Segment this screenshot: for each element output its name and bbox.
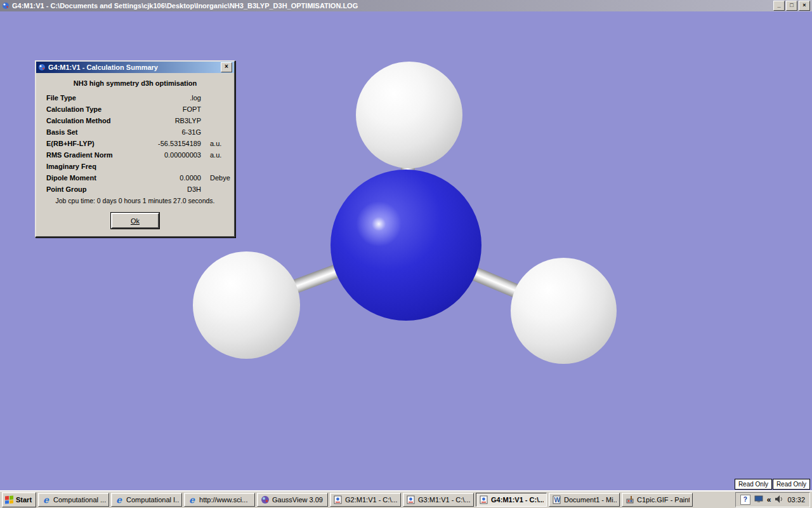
windows-flag-icon — [5, 495, 13, 504]
row-value: RB3LYP — [126, 117, 201, 124]
task-label: G2:M1:V1 - C:\... — [345, 496, 398, 504]
taskbar-button-gaussview[interactable]: GaussView 3.09 — [257, 493, 328, 507]
taskbar-button-computational-2[interactable]: e Computational I... — [111, 493, 182, 507]
row-value: -56.53154189 — [126, 140, 201, 147]
row-label: Imaginary Freq — [46, 163, 126, 170]
read-only-badge: Read Only — [773, 479, 810, 490]
display-tray-icon[interactable] — [754, 495, 763, 504]
task-label: G3:M1:V1 - C:\... — [418, 496, 471, 504]
taskbar-button-g2[interactable]: G2:M1:V1 - C:\... — [330, 493, 401, 507]
start-button[interactable]: Start — [2, 492, 36, 507]
summary-row: Point Group D3H — [36, 184, 234, 195]
task-label: http://www.sci... — [199, 496, 247, 504]
restore-button[interactable]: □ — [786, 1, 797, 11]
internet-explorer-icon: e — [114, 495, 124, 504]
hydrogen-atom-right[interactable] — [511, 258, 617, 364]
dialog-titlebar[interactable]: G4:M1:V1 - Calculation Summary × — [36, 62, 234, 73]
ok-button-label: Ok — [131, 217, 140, 225]
paint-icon — [625, 495, 634, 504]
row-value: 0.00000003 — [126, 151, 201, 159]
summary-row: Calculation Type FOPT — [36, 104, 234, 115]
close-button[interactable]: × — [799, 1, 810, 11]
hydrogen-atom-top[interactable] — [356, 62, 462, 168]
cpu-time-text: Job cpu time: 0 days 0 hours 1 minutes 2… — [36, 197, 234, 204]
window-title: G4:M1:V1 - C:\Documents and Settings\cjk… — [12, 2, 771, 10]
gaussview-doc-icon — [333, 495, 343, 504]
row-label: Basis Set — [46, 128, 126, 136]
task-label: Computational I... — [126, 496, 179, 504]
summary-row: File Type .log — [36, 92, 234, 104]
dialog-button-row: Ok — [36, 213, 234, 229]
taskbar-button-computational-1[interactable]: e Computational ... — [38, 493, 109, 507]
gaussview-icon — [38, 64, 46, 71]
row-unit: a.u. — [201, 140, 230, 147]
gaussview-doc-icon — [406, 495, 416, 504]
row-value: .log — [126, 94, 201, 102]
volume-icon[interactable] — [775, 495, 783, 505]
summary-row: E(RB+HF-LYP) -56.53154189 a.u. — [36, 138, 234, 149]
hydrogen-atom-left[interactable] — [193, 251, 300, 359]
calculation-summary-dialog: G4:M1:V1 - Calculation Summary × NH3 hig… — [35, 60, 235, 237]
task-label: Document1 - Mi... — [564, 496, 617, 504]
minimize-button[interactable]: _ — [773, 1, 785, 11]
gaussview-app-icon — [260, 495, 270, 504]
collapse-tray-chevron[interactable]: « — [767, 495, 771, 504]
help-tray-icon[interactable]: ? — [740, 495, 750, 505]
taskbar: Start e Computational ... e Computationa… — [0, 490, 812, 508]
task-label: Computational ... — [53, 496, 106, 504]
taskbar-button-g3[interactable]: G3:M1:V1 - C:\... — [403, 493, 474, 507]
row-value: 0.0000 — [126, 174, 201, 182]
svg-text:W: W — [554, 497, 561, 504]
internet-explorer-icon: e — [41, 495, 51, 504]
gaussview-icon — [2, 2, 10, 10]
dialog-title: G4:M1:V1 - Calculation Summary — [48, 64, 218, 71]
taskbar-button-paint[interactable]: C1pic.GIF - Paint — [622, 493, 693, 507]
system-tray: ? « 03:32 — [735, 492, 810, 507]
internet-explorer-icon: e — [187, 495, 197, 504]
taskbar-button-g4-active[interactable]: G4:M1:V1 - C:\... — [476, 493, 547, 507]
row-label: Calculation Type — [46, 105, 126, 113]
molecule-viewport[interactable]: G4:M1:V1 - Calculation Summary × NH3 hig… — [0, 11, 812, 490]
window-controls: _ □ × — [773, 1, 810, 11]
summary-row: Basis Set 6-31G — [36, 126, 234, 138]
row-label: RMS Gradient Norm — [46, 151, 126, 159]
summary-heading: NH3 high symmetry d3h optimisation — [36, 79, 234, 87]
ok-button[interactable]: Ok — [111, 213, 159, 229]
dialog-close-button[interactable]: × — [221, 62, 232, 72]
summary-row: Calculation Method RB3LYP — [36, 115, 234, 126]
taskbar-button-website[interactable]: e http://www.sci... — [184, 493, 255, 507]
row-label: Dipole Moment — [46, 174, 126, 182]
row-unit: Debye — [201, 174, 230, 182]
row-value: 6-31G — [126, 128, 201, 136]
summary-row: RMS Gradient Norm 0.00000003 a.u. — [36, 149, 234, 161]
window-titlebar[interactable]: G4:M1:V1 - C:\Documents and Settings\cjk… — [0, 0, 812, 11]
summary-row: Imaginary Freq — [36, 161, 234, 172]
row-value: D3H — [126, 185, 201, 193]
gaussview-doc-icon — [479, 495, 488, 504]
screen: G4:M1:V1 - C:\Documents and Settings\cjk… — [0, 0, 812, 508]
task-label: C1pic.GIF - Paint — [637, 496, 690, 504]
taskbar-clock[interactable]: 03:32 — [787, 496, 805, 504]
row-unit: a.u. — [201, 151, 230, 159]
row-value: FOPT — [126, 105, 201, 113]
nitrogen-atom[interactable] — [331, 170, 481, 321]
word-icon: W — [552, 495, 561, 504]
row-label: Calculation Method — [46, 117, 126, 124]
start-label: Start — [16, 496, 32, 504]
read-only-badge: Read Only — [735, 479, 772, 490]
row-label: File Type — [46, 94, 126, 102]
dialog-body: NH3 high symmetry d3h optimisation File … — [36, 73, 234, 236]
statusbar: Read Only Read Only — [735, 479, 810, 490]
task-label: G4:M1:V1 - C:\... — [491, 496, 544, 504]
summary-row: Dipole Moment 0.0000 Debye — [36, 172, 234, 184]
taskbar-button-word[interactable]: W Document1 - Mi... — [549, 493, 620, 507]
row-label: E(RB+HF-LYP) — [46, 140, 126, 147]
row-label: Point Group — [46, 185, 126, 193]
task-label: GaussView 3.09 — [272, 496, 323, 504]
